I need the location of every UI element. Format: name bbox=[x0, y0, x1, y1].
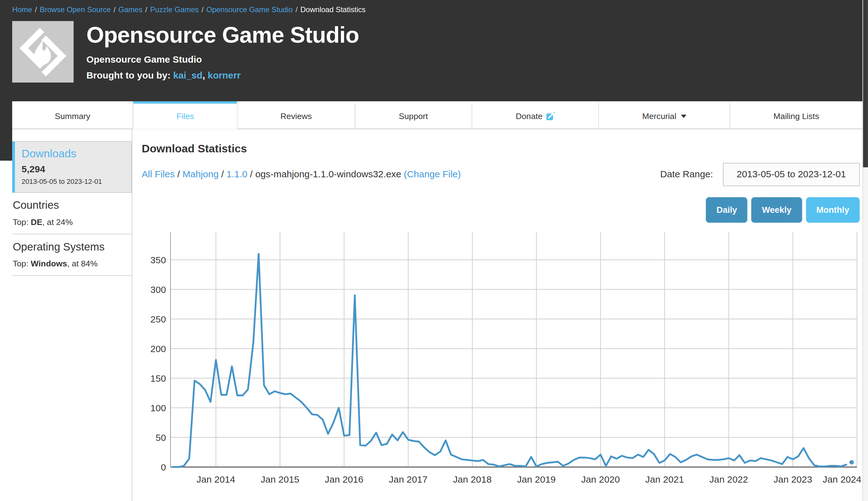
y-tick-label-250: 250 bbox=[150, 314, 166, 324]
scrollbar[interactable] bbox=[862, 0, 868, 501]
downloads-chart-area: 050100150200250300350Jan 2014Jan 2015Jan… bbox=[142, 232, 860, 500]
project-subtitle: Opensource Game Studio bbox=[86, 54, 359, 65]
page: Home/Browse Open Source/Games/Puzzle Gam… bbox=[0, 0, 868, 501]
file-breadcrumb-mahjong[interactable]: Mahjong bbox=[183, 169, 219, 180]
breadcrumb-separator: / bbox=[35, 6, 37, 14]
maintainer-link-kornerr[interactable]: kornerr bbox=[208, 71, 241, 81]
brought-by-line: Brought to you by: kai_sd, kornerr bbox=[86, 71, 359, 82]
downloads-count: 5,294 bbox=[21, 164, 124, 175]
x-tick-label-jan-2015: Jan 2015 bbox=[261, 474, 299, 484]
breadcrumb-item-home[interactable]: Home bbox=[12, 6, 32, 14]
downloads-date-range: 2013-05-05 to 2023-12-01 bbox=[21, 178, 124, 186]
breadcrumb-separator: / bbox=[201, 6, 204, 14]
brought-by-label: Brought to you by: bbox=[86, 71, 170, 81]
y-tick-label-150: 150 bbox=[150, 373, 166, 384]
breadcrumb-separator: / bbox=[114, 6, 116, 14]
y-tick-label-100: 100 bbox=[150, 403, 166, 413]
tab-donate[interactable]: Donate bbox=[471, 101, 598, 129]
monthly-button[interactable]: Monthly bbox=[806, 197, 860, 223]
x-tick-label-jan-2020: Jan 2020 bbox=[581, 474, 620, 484]
date-range-label: Date Range: bbox=[660, 169, 713, 180]
sidebar-item-downloads[interactable]: Downloads 5,294 2013-05-05 to 2023-12-01 bbox=[12, 141, 132, 193]
x-tick-label-jan-2014: Jan 2014 bbox=[196, 474, 235, 484]
maintainer-separator: , bbox=[202, 71, 208, 81]
operating-systems-top: Top: Windows, at 84% bbox=[13, 259, 132, 268]
tab-label: Donate bbox=[516, 111, 542, 120]
tab-label: Mailing Lists bbox=[773, 111, 819, 120]
file-breadcrumb-all-files[interactable]: All Files bbox=[142, 169, 175, 180]
sidebar-item-countries[interactable]: Countries Top: DE, at 24% bbox=[12, 193, 132, 234]
breadcrumb-item-download-statistics: Download Statistics bbox=[300, 6, 365, 14]
x-tick-label-jan-2016: Jan 2016 bbox=[325, 474, 363, 484]
breadcrumb-separator: / bbox=[295, 6, 298, 14]
page-heading: Download Statistics bbox=[142, 142, 860, 155]
downloads-label: Downloads bbox=[21, 147, 124, 160]
sidebar-item-operating-systems[interactable]: Operating Systems Top: Windows, at 84% bbox=[12, 234, 132, 276]
x-tick-label-jan-2018: Jan 2018 bbox=[453, 474, 492, 484]
tab-mercurial[interactable]: Mercurial bbox=[598, 101, 730, 129]
maintainer-link-kai-sd[interactable]: kai_sd bbox=[173, 71, 202, 81]
tab-label: Summary bbox=[55, 111, 90, 120]
tab-mailing-lists[interactable]: Mailing Lists bbox=[729, 101, 862, 129]
flame-diamond-icon bbox=[12, 21, 74, 83]
x-tick-label-jan-2022: Jan 2022 bbox=[710, 474, 748, 484]
y-tick-label-0: 0 bbox=[161, 462, 166, 472]
y-tick-label-350: 350 bbox=[150, 255, 166, 265]
tab-label: Files bbox=[177, 111, 194, 120]
page-title: Opensource Game Studio bbox=[86, 22, 359, 48]
date-range-input[interactable] bbox=[723, 163, 860, 186]
daily-button[interactable]: Daily bbox=[706, 197, 748, 223]
current-file-name: ogs-mahjong-1.1.0-windows32.exe bbox=[255, 169, 401, 180]
path-separator: / bbox=[221, 169, 227, 180]
path-separator: / bbox=[177, 169, 183, 180]
tab-support[interactable]: Support bbox=[355, 101, 471, 129]
x-tick-label-jan-2024: Jan 2024 bbox=[823, 474, 861, 484]
y-tick-label-200: 200 bbox=[150, 344, 166, 354]
tab-bar: SummaryFilesReviewsSupportDonateMercuria… bbox=[12, 101, 862, 129]
weekly-button[interactable]: Weekly bbox=[751, 197, 802, 223]
breadcrumb-item-puzzle-games[interactable]: Puzzle Games bbox=[150, 6, 199, 14]
tab-label: Reviews bbox=[281, 111, 312, 120]
granularity-buttons: DailyWeeklyMonthly bbox=[142, 197, 860, 223]
file-breadcrumb-version[interactable]: 1.1.0 bbox=[226, 169, 247, 180]
path-separator: / bbox=[250, 169, 255, 180]
tab-label: Mercurial bbox=[642, 111, 677, 120]
downloads-series-line bbox=[173, 254, 846, 467]
chevron-down-icon bbox=[681, 114, 686, 118]
tab-label: Support bbox=[399, 111, 428, 120]
x-tick-label-jan-2023: Jan 2023 bbox=[773, 474, 812, 484]
change-file-link[interactable]: (Change File) bbox=[404, 169, 461, 180]
breadcrumb: Home/Browse Open Source/Games/Puzzle Gam… bbox=[12, 6, 365, 14]
operating-systems-title: Operating Systems bbox=[13, 241, 132, 253]
countries-title: Countries bbox=[13, 199, 132, 212]
downloads-line-chart: 050100150200250300350Jan 2014Jan 2015Jan… bbox=[142, 232, 860, 493]
x-tick-label-jan-2017: Jan 2017 bbox=[389, 474, 427, 484]
y-tick-label-50: 50 bbox=[156, 433, 166, 443]
breadcrumb-item-browse-open-source[interactable]: Browse Open Source bbox=[40, 6, 111, 14]
file-breadcrumb: All Files / Mahjong / 1.1.0 / ogs-mahjon… bbox=[142, 169, 461, 180]
project-logo bbox=[12, 21, 74, 83]
x-tick-label-jan-2019: Jan 2019 bbox=[517, 474, 556, 484]
breadcrumb-item-opensource-game-studio[interactable]: Opensource Game Studio bbox=[206, 6, 293, 14]
y-tick-label-300: 300 bbox=[150, 285, 166, 295]
x-tick-label-jan-2021: Jan 2021 bbox=[645, 474, 684, 484]
scrollbar-thumb[interactable] bbox=[863, 0, 868, 167]
countries-top: Top: DE, at 24% bbox=[13, 217, 132, 226]
tab-summary[interactable]: Summary bbox=[12, 101, 133, 129]
breadcrumb-separator: / bbox=[145, 6, 147, 14]
tab-files[interactable]: Files bbox=[133, 101, 237, 129]
stats-sidebar: Downloads 5,294 2013-05-05 to 2023-12-01… bbox=[12, 129, 132, 501]
last-data-point-dot bbox=[849, 460, 854, 465]
donate-external-link-icon bbox=[546, 111, 554, 120]
tab-reviews[interactable]: Reviews bbox=[237, 101, 355, 129]
breadcrumb-item-games[interactable]: Games bbox=[118, 6, 142, 14]
